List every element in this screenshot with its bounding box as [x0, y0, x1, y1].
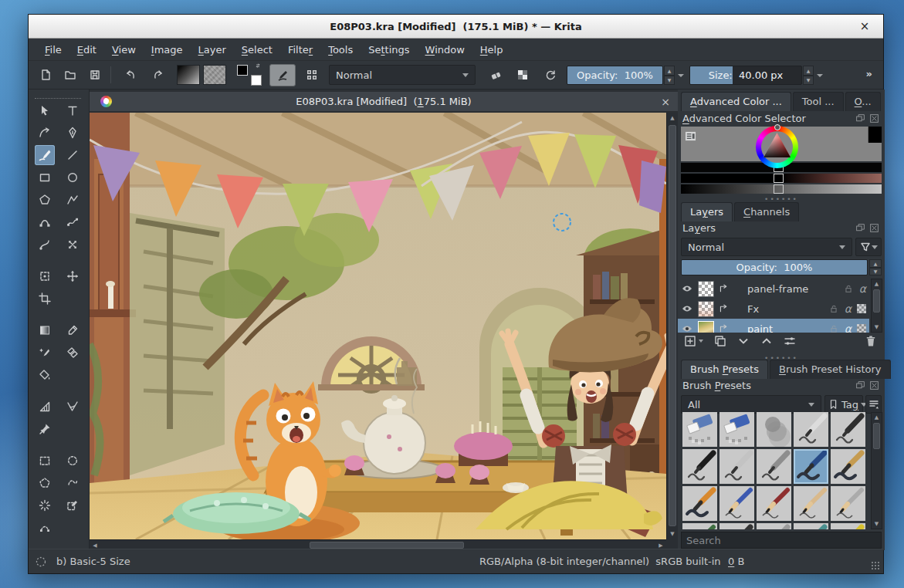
- bezier-select-tool[interactable]: [35, 518, 55, 538]
- polygon-select-tool[interactable]: [35, 473, 55, 493]
- canvas-viewport[interactable]: [90, 113, 666, 539]
- layer-row-panel-frame[interactable]: panel-frameα: [678, 279, 869, 299]
- pattern-swatch-button[interactable]: [203, 65, 226, 85]
- float-docker-icon[interactable]: [855, 380, 866, 391]
- crop-tool[interactable]: [35, 289, 55, 309]
- freehand-path-tool[interactable]: [63, 212, 83, 232]
- layer-visibility-icon[interactable]: [681, 323, 693, 333]
- rect-select-tool[interactable]: [35, 451, 55, 471]
- brush-preset-pencil-11[interactable]: [719, 486, 754, 521]
- menu-filter[interactable]: Filter: [281, 41, 320, 59]
- layer-properties-button[interactable]: [784, 335, 796, 347]
- layer-opacity-spinbox[interactable]: ▲▼: [869, 259, 882, 275]
- color-bar-2[interactable]: [681, 174, 882, 183]
- foreground-background-colors[interactable]: [237, 65, 263, 86]
- brush-preset-brush-9[interactable]: [831, 449, 865, 484]
- horizontal-scroll-thumb[interactable]: [310, 542, 464, 549]
- duplicate-layer-button[interactable]: [714, 335, 726, 347]
- brush-preset-pen-4[interactable]: [831, 412, 865, 447]
- move-layer-down-button[interactable]: [737, 335, 750, 347]
- memory-usage-label[interactable]: 0 B: [728, 556, 744, 567]
- menu-layer[interactable]: Layer: [191, 41, 233, 59]
- menu-settings[interactable]: Settings: [361, 41, 416, 59]
- hue-ring-marker[interactable]: [774, 124, 780, 130]
- layer-thumbnail[interactable]: [698, 301, 714, 317]
- preserve-alpha-button[interactable]: [512, 64, 533, 86]
- brush-preset-brush-8[interactable]: [794, 449, 828, 484]
- canvas-vertical-scrollbar[interactable]: ▲ ▼: [666, 113, 678, 539]
- float-docker-icon[interactable]: [855, 113, 866, 124]
- brush-preset-pen-3[interactable]: [794, 412, 828, 447]
- colorize-mask-tool[interactable]: [35, 343, 55, 363]
- color-bar-3[interactable]: [681, 184, 882, 194]
- fill-tool[interactable]: [35, 365, 55, 385]
- move-tool[interactable]: [63, 266, 83, 286]
- layer-inherit-alpha-icon[interactable]: [857, 324, 866, 333]
- close-docker-icon[interactable]: [869, 380, 880, 391]
- size-options-arrow[interactable]: [816, 72, 824, 79]
- reload-preset-button[interactable]: [540, 64, 561, 86]
- layer-thumbnail[interactable]: [698, 321, 714, 333]
- line-tool[interactable]: [63, 145, 83, 165]
- dynamic-brush-tool[interactable]: [35, 235, 55, 255]
- layer-name[interactable]: paint: [747, 323, 773, 333]
- tab-channels[interactable]: Channels: [734, 202, 799, 221]
- polyline-tool[interactable]: [63, 190, 83, 210]
- float-docker-icon[interactable]: [855, 223, 866, 234]
- brush-preset-brush-18[interactable]: [794, 523, 828, 529]
- magnetic-select-tool[interactable]: [63, 495, 83, 515]
- measure-tool[interactable]: [63, 397, 83, 417]
- close-docker-icon[interactable]: [869, 113, 880, 124]
- toolbox-drag-handle[interactable]: [35, 91, 81, 99]
- color-wheel[interactable]: [756, 126, 798, 168]
- layer-visibility-icon[interactable]: [681, 282, 693, 295]
- scroll-up-icon[interactable]: ▲: [667, 115, 678, 121]
- layer-name[interactable]: Fx: [747, 303, 759, 315]
- polygon-tool[interactable]: [35, 190, 55, 210]
- menu-tools[interactable]: Tools: [321, 41, 360, 59]
- toolbar-overflow-button[interactable]: »: [866, 68, 872, 79]
- layer-visibility-icon[interactable]: [681, 302, 693, 315]
- tag-button[interactable]: Tag: [824, 395, 863, 414]
- opacity-options-arrow[interactable]: [677, 72, 685, 79]
- brush-preset-pencil-13[interactable]: [794, 486, 828, 521]
- bezier-curve-tool[interactable]: [35, 212, 55, 232]
- layer-alpha-lock-icon[interactable]: α: [859, 282, 866, 295]
- blending-mode-dropdown[interactable]: Normal: [329, 65, 476, 85]
- menu-help[interactable]: Help: [473, 41, 510, 59]
- display-mode-button[interactable]: [865, 395, 882, 414]
- ellipse-tool[interactable]: [63, 167, 83, 188]
- background-color-swatch[interactable]: [251, 75, 262, 86]
- brush-filter-dropdown[interactable]: All: [681, 395, 821, 414]
- ellipse-select-tool[interactable]: [63, 451, 83, 471]
- color-triangle[interactable]: [756, 126, 798, 168]
- open-document-button[interactable]: [59, 64, 81, 86]
- brush-preset-pen-6[interactable]: [719, 449, 754, 484]
- brush-preset-pencil-12[interactable]: [757, 486, 791, 521]
- layer-alpha-lock-icon[interactable]: α: [845, 323, 852, 333]
- layer-opacity-slider[interactable]: Opacity: 100%: [681, 259, 868, 275]
- swap-colors-icon[interactable]: [256, 63, 263, 71]
- docker-tab-tool[interactable]: Tool ...: [793, 92, 844, 111]
- transform-tool[interactable]: [35, 266, 55, 286]
- eraser-mode-button[interactable]: [486, 64, 507, 86]
- close-docker-icon[interactable]: [869, 223, 880, 234]
- docker-splitter-handle[interactable]: ••••••: [764, 197, 798, 201]
- gradient-tool[interactable]: [35, 320, 55, 340]
- window-titlebar[interactable]: E08P03.kra [Modified] (175.1 MiB) * — Kr…: [29, 15, 883, 39]
- add-layer-button[interactable]: [684, 335, 703, 347]
- tab-brush-preset-history[interactable]: Brush Preset History: [770, 360, 891, 379]
- brush-preset-pen-17[interactable]: [757, 523, 791, 529]
- size-spinbox[interactable]: ▲▼: [803, 66, 814, 85]
- last-color-swatch[interactable]: [868, 127, 882, 143]
- brush-preset-pencil-14[interactable]: [831, 486, 865, 521]
- rectangle-tool[interactable]: [35, 167, 55, 188]
- brush-preset-pen-5[interactable]: [682, 449, 717, 484]
- color-bar-3-handle[interactable]: [774, 184, 784, 194]
- edit-shapes-tool[interactable]: [35, 123, 55, 143]
- select-shapes-tool[interactable]: [35, 100, 55, 120]
- layer-lock-icon[interactable]: [828, 303, 839, 314]
- opacity-spinbox[interactable]: ▲▼: [664, 66, 675, 85]
- docker-tab-o[interactable]: O...: [845, 92, 881, 111]
- layer-inherit-alpha-icon[interactable]: [857, 304, 866, 313]
